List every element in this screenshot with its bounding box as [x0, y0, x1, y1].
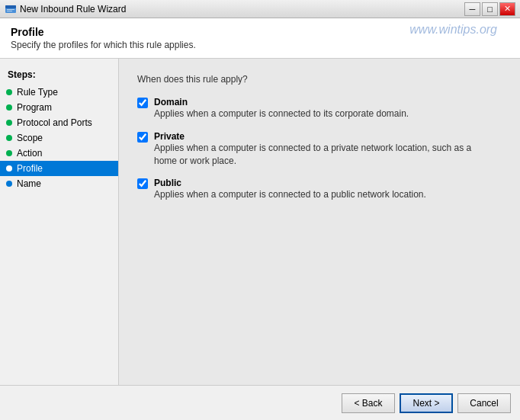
next-button[interactable]: Next > — [400, 393, 453, 413]
title-bar-controls: ─ □ ✕ — [464, 2, 515, 16]
sidebar-item-label: Name — [17, 178, 41, 189]
checkbox-domain-label: Domain — [154, 97, 409, 107]
sidebar-item-label: Protocol and Ports — [17, 117, 92, 128]
minimize-button[interactable]: ─ — [464, 2, 480, 16]
checkbox-private-label: Private — [154, 131, 474, 142]
checkbox-domain[interactable] — [137, 98, 148, 108]
sidebar-item-label: Action — [17, 148, 42, 159]
dialog-header: Profile Specify the profiles for which t… — [0, 18, 520, 59]
back-button[interactable]: < Back — [342, 393, 395, 413]
sidebar-item-name[interactable]: Name — [0, 176, 118, 191]
checkbox-item-domain: Domain Applies when a computer is connec… — [137, 97, 502, 120]
sidebar-item-rule-type[interactable]: Rule Type — [0, 85, 118, 100]
sidebar-item-scope[interactable]: Scope — [0, 130, 118, 146]
sidebar-item-label: Profile — [17, 163, 43, 174]
checkbox-private-desc: Applies when a computer is connected to … — [154, 142, 474, 168]
sidebar: Steps: Rule Type Program Protocol and Po… — [0, 59, 119, 385]
svg-rect-3 — [7, 11, 12, 11]
dot-icon — [6, 135, 12, 141]
maximize-button[interactable]: □ — [482, 2, 498, 16]
sidebar-item-action[interactable]: Action — [0, 146, 118, 161]
sidebar-item-label: Program — [17, 102, 52, 113]
dialog-body: Steps: Rule Type Program Protocol and Po… — [0, 59, 520, 385]
cancel-button[interactable]: Cancel — [457, 393, 511, 413]
dialog-container: Profile Specify the profiles for which t… — [0, 18, 520, 420]
checkbox-group: Domain Applies when a computer is connec… — [137, 97, 502, 201]
content-question: When does this rule apply? — [137, 74, 502, 85]
checkbox-domain-desc: Applies when a computer is connected to … — [154, 107, 409, 120]
dot-icon — [6, 104, 12, 111]
close-button[interactable]: ✕ — [499, 2, 515, 16]
sidebar-item-profile[interactable]: Profile — [0, 161, 118, 176]
dot-icon — [6, 150, 12, 156]
dot-icon — [6, 165, 12, 172]
dot-icon — [6, 120, 12, 126]
checkbox-item-private: Private Applies when a computer is conne… — [137, 131, 502, 168]
window-icon — [5, 3, 17, 15]
sidebar-steps-label: Steps: — [0, 66, 118, 85]
svg-rect-2 — [7, 9, 14, 10]
page-subtitle: Specify the profiles for which this rule… — [11, 40, 509, 50]
dot-icon — [6, 89, 12, 95]
dialog-footer: < Back Next > Cancel — [0, 385, 520, 420]
checkbox-public-desc: Applies when a computer is connected to … — [154, 188, 426, 201]
checkbox-private[interactable] — [137, 132, 148, 143]
sidebar-item-label: Scope — [17, 133, 43, 143]
checkbox-public-label: Public — [154, 178, 426, 188]
svg-rect-1 — [5, 5, 16, 8]
sidebar-item-program[interactable]: Program — [0, 100, 118, 115]
sidebar-item-label: Rule Type — [17, 87, 58, 98]
title-bar: New Inbound Rule Wizard ─ □ ✕ — [0, 0, 520, 18]
sidebar-item-protocol-ports[interactable]: Protocol and Ports — [0, 115, 118, 130]
checkbox-item-public: Public Applies when a computer is connec… — [137, 178, 502, 201]
title-bar-text: New Inbound Rule Wizard — [20, 4, 464, 14]
dot-icon — [6, 181, 12, 187]
page-title: Profile — [11, 26, 509, 38]
content-area: When does this rule apply? Domain Applie… — [119, 59, 520, 385]
checkbox-public[interactable] — [137, 178, 148, 189]
